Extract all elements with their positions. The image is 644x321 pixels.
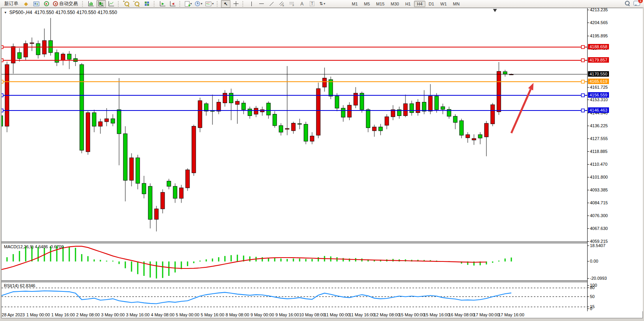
- new-order-label: 新订单: [3, 0, 19, 7]
- time-axis-label: 17 May 16:00: [498, 312, 525, 317]
- time-axis-label: 12 May 08:00: [374, 312, 400, 317]
- text-tool[interactable]: A: [297, 0, 307, 8]
- price-axis-label: 4153.310: [590, 97, 608, 102]
- timeframe-h1[interactable]: H1: [402, 1, 413, 7]
- toolbar-grip: [242, 1, 245, 7]
- price-axis-label: 4195.895: [590, 33, 608, 38]
- toolbar-grip: [118, 1, 120, 7]
- new-order-button[interactable]: 新订单: [2, 0, 21, 8]
- time-axis-label: 3 May 16:00: [126, 312, 150, 317]
- tile-windows-button[interactable]: [142, 0, 152, 8]
- time-axis-label: 15 May 16:00: [424, 312, 450, 317]
- timeframe-m1[interactable]: M1: [349, 1, 360, 7]
- auto-scroll-button[interactable]: ▶: [158, 0, 167, 8]
- chevron-down-icon: ▾: [212, 2, 214, 5]
- toolbar-grip: [154, 1, 156, 7]
- bar-high: 4170.550: [56, 10, 75, 15]
- notifications-button[interactable]: 1: [633, 1, 640, 7]
- toolbar-right-group: 1: [625, 1, 642, 7]
- macd-panel[interactable]: [2, 243, 587, 281]
- bar-chart-mode-button[interactable]: [86, 0, 96, 8]
- toolbar-grip: [179, 1, 182, 7]
- signal-icon: [44, 1, 49, 6]
- line-chart-mode-button[interactable]: [107, 0, 116, 8]
- price-axis-label: 4084.715: [590, 200, 608, 205]
- macd-name: MACD(12,26,9): [4, 244, 33, 249]
- cursor-icon: ↖: [224, 1, 228, 7]
- search-button[interactable]: [625, 1, 630, 7]
- price-badge: 4170.550: [588, 71, 609, 77]
- vertical-line-icon: [251, 2, 252, 6]
- text-label-tool[interactable]: T: [307, 0, 317, 8]
- timeframe-mn[interactable]: MN: [450, 1, 462, 7]
- timeframe-w1[interactable]: W1: [438, 1, 450, 7]
- arrows-icon: ⇅: [319, 1, 323, 6]
- charts-window-icon[interactable]: [32, 0, 41, 8]
- auto-trading-button[interactable]: 自动交易: [52, 0, 80, 8]
- svg-text:E: E: [283, 4, 284, 6]
- chart-symbol: SP500-,H4: [9, 10, 32, 15]
- fibonacci-tool[interactable]: F: [287, 0, 297, 8]
- price-axis-label: 4110.470: [590, 162, 607, 167]
- time-axis-label: 3 May 00:00: [101, 312, 125, 317]
- price-badge: 4165.619: [588, 79, 609, 84]
- equidistant-channel-tool[interactable]: E: [277, 0, 286, 8]
- timeframe-h4[interactable]: H4: [414, 1, 425, 7]
- chevron-down-icon: ▾: [201, 2, 202, 5]
- candlestick-mode-button[interactable]: [97, 0, 106, 8]
- price-axis-label: 4204.565: [590, 20, 608, 25]
- search-icon: [625, 1, 630, 5]
- toolbar-grip: [217, 1, 219, 7]
- arrows-tool[interactable]: ⇅▾: [318, 0, 327, 8]
- indicators-button[interactable]: ▾: [184, 0, 193, 8]
- bar-open: 4170.550: [35, 10, 54, 15]
- tile-windows-icon: [145, 2, 149, 6]
- signal-icon-button[interactable]: [42, 0, 51, 8]
- price-axis-label: 4118.885: [590, 149, 607, 154]
- vertical-line-tool[interactable]: [247, 0, 256, 8]
- time-axis-label: 15 May 00:00: [399, 312, 425, 317]
- timeframe-m30[interactable]: M30: [388, 1, 402, 7]
- svg-text:F: F: [293, 4, 294, 6]
- auto-scroll-icon: ▶: [160, 1, 165, 6]
- price-axis-label: 4093.385: [590, 188, 608, 192]
- cursor-tool-button[interactable]: ↖: [221, 0, 230, 8]
- chart-window[interactable]: ▼ SP500-,H4 4170.550 4170.550 4170.550 4…: [1, 8, 643, 318]
- rsi-axis-label: 50: [590, 294, 595, 299]
- clock-icon: [195, 1, 200, 6]
- time-axis-label: 2 May 08:00: [76, 312, 100, 317]
- candlestick-icon: [98, 1, 104, 6]
- zoom-out-icon: [135, 2, 139, 6]
- periods-button[interactable]: ▾: [194, 0, 204, 8]
- horizontal-line-tool[interactable]: [257, 0, 266, 8]
- chart-shift-button[interactable]: ◀: [168, 0, 177, 8]
- time-axis-label: 1 May 16:00: [51, 312, 75, 317]
- diamond-icon: ◆: [24, 1, 28, 7]
- notification-badge: 1: [638, 0, 643, 3]
- time-axis[interactable]: 28 Apr 20231 May 00:001 May 16:002 May 0…: [2, 311, 642, 318]
- zoom-out-button[interactable]: −: [132, 0, 142, 8]
- gold-symbol-icon[interactable]: ◆: [21, 0, 31, 8]
- trendline-tool[interactable]: [267, 0, 276, 8]
- templates-button[interactable]: ▾: [204, 0, 215, 8]
- price-chart[interactable]: [2, 8, 587, 242]
- zoom-in-button[interactable]: +: [122, 0, 132, 8]
- timeframe-m15[interactable]: M15: [374, 1, 387, 7]
- crosshair-tool-button[interactable]: [231, 0, 240, 8]
- bar-chart-icon: [88, 1, 94, 6]
- timeframe-m5[interactable]: M5: [361, 1, 372, 7]
- timeframe-d1[interactable]: D1: [426, 1, 437, 7]
- price-axis[interactable]: 4213.2354204.5654195.8954187.4804161.725…: [587, 8, 643, 311]
- time-axis-label: 5 May 16:00: [201, 312, 225, 317]
- rsi-panel[interactable]: [2, 282, 587, 311]
- chart-shift-icon: ◀: [170, 1, 175, 6]
- collapse-triangle-icon[interactable]: ▼: [4, 11, 7, 14]
- channel-icon: E: [279, 1, 284, 6]
- price-axis-label: 4161.725: [590, 85, 608, 89]
- autotrade-icon: [53, 1, 58, 6]
- chart-ohlc-header: ▼ SP500-,H4 4170.550 4170.550 4170.550 4…: [4, 10, 117, 15]
- time-axis-label: 8 May 08:00: [226, 312, 249, 317]
- rsi-label: RSI(14) 62.8346: [4, 283, 35, 288]
- rsi-axis-label: 0: [590, 306, 592, 311]
- timeframe-group: M1M5M15M30H1H4D1W1MN: [349, 1, 463, 7]
